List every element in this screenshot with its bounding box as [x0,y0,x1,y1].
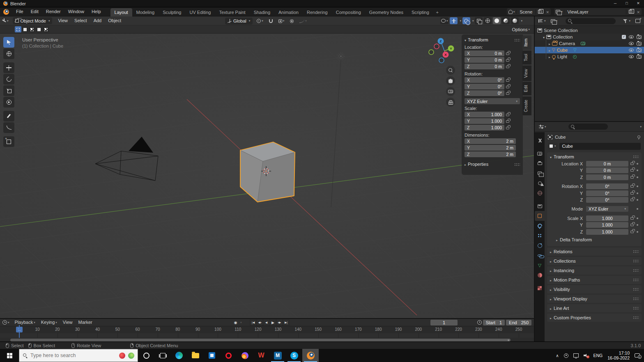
disclosure-icon[interactable] [549,41,550,46]
menu-render[interactable]: Render [42,7,64,16]
proportional-falloff-dropdown[interactable] [298,19,308,23]
tool-rotate[interactable] [3,74,14,85]
jump-to-start-button[interactable] [250,320,256,325]
editor-type-button[interactable] [0,18,10,23]
tab-output[interactable] [535,158,545,168]
properties-panel-header[interactable]: Properties [465,161,520,167]
sidebar-tab-tool[interactable]: Tool [522,50,531,64]
section-collections[interactable]: Collections [547,257,642,265]
start-button[interactable] [0,349,19,362]
dims-y-field[interactable]: Y2 m [465,145,516,151]
menu-view[interactable]: View [55,16,71,25]
visibility-dropdown[interactable] [440,17,449,24]
panel-grip-icon[interactable] [514,39,520,41]
panel-grip-icon[interactable] [633,297,639,300]
menu-keying[interactable]: Keying [38,318,60,327]
jump-to-end-button[interactable] [283,320,289,325]
start-frame-field[interactable]: Start1 [483,320,505,325]
panel-grip-icon[interactable] [633,155,639,158]
hide-viewport-icon[interactable] [629,55,634,58]
menu-add[interactable]: Add [90,16,105,25]
tool-transform[interactable] [3,97,14,108]
loc-z-field[interactable]: Z0 m [465,64,504,69]
taskbar-app-photos[interactable] [204,349,220,362]
gizmo-neg-y[interactable] [429,50,434,55]
taskbar-app-file-explorer[interactable] [187,349,204,362]
lock-open-icon[interactable] [630,169,634,172]
scale-y-field[interactable]: Y1.000 [465,118,504,124]
scale-x-field[interactable]: X1.000 [465,112,504,117]
lock-open-icon[interactable] [506,120,509,123]
section-line-art[interactable]: Line Art [547,304,642,312]
lock-open-icon[interactable] [506,66,509,68]
property-value-field[interactable]: 1.000 [586,215,628,221]
property-value-field[interactable]: 1.000 [586,222,628,228]
tab-object-data[interactable] [535,260,545,270]
tool-select-box[interactable] [3,37,14,48]
section-visibility[interactable]: Visibility [547,285,642,293]
taskbar-app-edge[interactable] [171,349,187,362]
network-icon[interactable] [573,353,579,357]
scale-z-field[interactable]: Z1.000 [465,125,504,131]
sidebar-tab-create[interactable]: Create [522,96,531,115]
prev-keyframe-button[interactable] [257,320,263,325]
tray-expand-icon[interactable] [556,353,559,358]
use-preview-range-icon[interactable] [477,320,482,325]
panel-grip-icon[interactable] [633,278,639,281]
lock-open-icon[interactable] [630,163,634,165]
play-reverse-button[interactable] [263,320,269,325]
zoom-button[interactable] [446,66,455,75]
properties-options-dropdown[interactable] [640,125,642,128]
object-type-dropdown[interactable] [548,143,558,150]
dims-z-field[interactable]: Z2 m [465,151,516,157]
workspace-tab-uv-editing[interactable]: UV Editing [185,8,215,16]
workspace-tab-layout[interactable]: Layout [110,8,132,16]
perspective-toggle-button[interactable] [446,98,455,107]
sidebar-tab-item[interactable]: Item [522,35,531,50]
scene-icon[interactable] [507,10,517,14]
weather-icon[interactable] [128,353,134,359]
lock-open-icon[interactable] [630,217,634,220]
workspace-tab-sculpting[interactable]: Sculpting [159,8,185,16]
section-custom-properties[interactable]: Custom Properties [547,314,642,322]
lock-open-icon[interactable] [630,231,634,233]
lock-open-icon[interactable] [630,185,634,188]
gizmos-dropdown[interactable] [460,19,461,23]
delta-transform-header[interactable]: Delta Transform [547,236,642,244]
section-instancing[interactable]: Instancing [547,266,642,275]
outliner-filter-button[interactable] [621,19,632,23]
lock-open-icon[interactable] [506,86,509,88]
auto-keying-button[interactable] [232,320,239,325]
property-value-field[interactable]: 1.000 [586,229,628,235]
taskbar-app-wps[interactable] [253,349,269,362]
taskbar-app-skype[interactable] [286,349,302,362]
loc-y-field[interactable]: Y0 m [465,57,504,63]
select-mode-invert[interactable] [36,26,42,32]
tab-tool[interactable] [535,135,545,145]
animate-dot[interactable] [637,176,638,178]
proportional-edit-toggle[interactable] [288,19,295,23]
menu-help[interactable]: Help [88,7,105,16]
viewlayer-name[interactable]: ViewLayer [564,9,626,14]
tab-scene[interactable] [535,178,545,188]
menu-object[interactable]: Object [105,16,124,25]
workspace-tab-texture-paint[interactable]: Texture Paint [215,8,249,16]
taskbar-app-firefox[interactable] [237,349,253,362]
select-mode-set[interactable] [15,26,21,32]
menu-window[interactable]: Window [64,7,88,16]
minimize-button[interactable] [610,0,621,7]
menu-file[interactable]: File [12,7,27,16]
disable-render-icon[interactable] [637,48,642,52]
rot-z-field[interactable]: Z0° [465,90,504,96]
tool-scale[interactable] [3,85,14,96]
overlays-toggle[interactable] [462,17,470,24]
select-mode-subtract[interactable] [29,26,35,32]
menu-select[interactable]: Select [71,16,90,25]
tab-world[interactable] [535,188,545,198]
snap-toggle[interactable] [267,19,274,23]
delete-viewlayer-button[interactable] [635,9,642,14]
viewlayer-icon[interactable] [554,10,565,14]
navigation-gizmo[interactable]: Z Y X [423,35,458,68]
animate-dot[interactable] [637,163,638,165]
maximize-button[interactable] [621,0,632,7]
